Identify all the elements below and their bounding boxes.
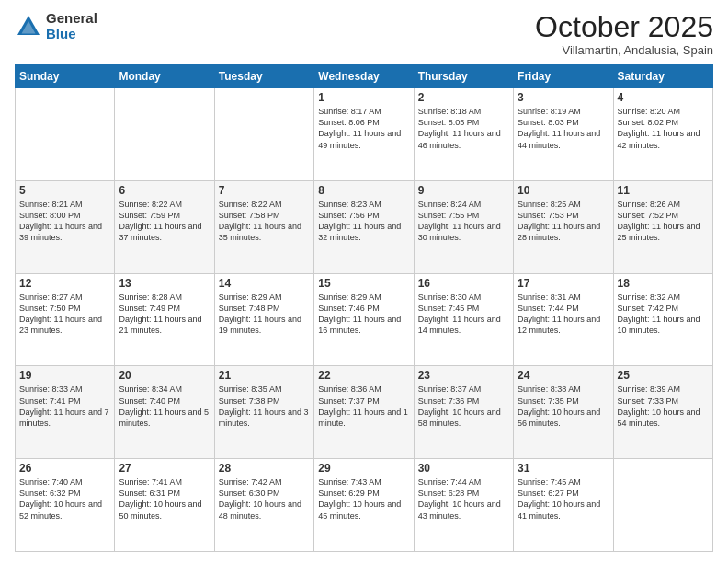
table-row [214, 88, 313, 181]
day-number: 24 [518, 369, 609, 382]
day-number: 11 [618, 184, 709, 197]
day-info: Sunrise: 7:43 AM Sunset: 6:29 PM Dayligh… [318, 477, 409, 522]
location: Villamartin, Andalusia, Spain [535, 43, 713, 57]
day-info: Sunrise: 8:29 AM Sunset: 7:46 PM Dayligh… [318, 292, 409, 337]
day-info: Sunrise: 8:17 AM Sunset: 8:06 PM Dayligh… [318, 106, 409, 151]
day-number: 23 [418, 369, 509, 382]
day-info: Sunrise: 8:22 AM Sunset: 7:59 PM Dayligh… [119, 199, 210, 244]
day-info: Sunrise: 8:35 AM Sunset: 7:38 PM Dayligh… [219, 384, 310, 429]
day-info: Sunrise: 8:22 AM Sunset: 7:58 PM Dayligh… [219, 199, 310, 244]
day-number: 19 [19, 369, 110, 382]
day-info: Sunrise: 8:24 AM Sunset: 7:55 PM Dayligh… [418, 199, 509, 244]
day-number: 5 [19, 184, 110, 197]
day-number: 22 [318, 369, 409, 382]
table-row: 28Sunrise: 7:42 AM Sunset: 6:30 PM Dayli… [214, 459, 313, 552]
table-row: 9Sunrise: 8:24 AM Sunset: 7:55 PM Daylig… [414, 180, 513, 273]
table-row: 26Sunrise: 7:40 AM Sunset: 6:32 PM Dayli… [16, 459, 115, 552]
header: General Blue October 2025 Villamartin, A… [15, 11, 713, 57]
day-info: Sunrise: 8:31 AM Sunset: 7:44 PM Dayligh… [518, 292, 609, 337]
table-row: 10Sunrise: 8:25 AM Sunset: 7:53 PM Dayli… [514, 180, 613, 273]
day-number: 9 [418, 184, 509, 197]
day-number: 21 [219, 369, 310, 382]
table-row: 1Sunrise: 8:17 AM Sunset: 8:06 PM Daylig… [314, 88, 414, 181]
page: General Blue October 2025 Villamartin, A… [0, 0, 728, 563]
table-row: 25Sunrise: 8:39 AM Sunset: 7:33 PM Dayli… [613, 366, 712, 459]
table-row: 29Sunrise: 7:43 AM Sunset: 6:29 PM Dayli… [314, 459, 414, 552]
day-number: 16 [418, 277, 509, 290]
day-info: Sunrise: 7:42 AM Sunset: 6:30 PM Dayligh… [219, 477, 310, 522]
table-row: 12Sunrise: 8:27 AM Sunset: 7:50 PM Dayli… [16, 273, 115, 366]
day-number: 26 [19, 462, 110, 475]
table-row: 23Sunrise: 8:37 AM Sunset: 7:36 PM Dayli… [414, 366, 513, 459]
day-number: 12 [19, 277, 110, 290]
header-sunday: Sunday [16, 65, 115, 88]
table-row: 19Sunrise: 8:33 AM Sunset: 7:41 PM Dayli… [16, 366, 115, 459]
logo-text: General Blue [46, 11, 97, 41]
logo-general-text: General [46, 11, 97, 27]
weekday-header-row: Sunday Monday Tuesday Wednesday Thursday… [16, 65, 713, 88]
calendar-week-row: 1Sunrise: 8:17 AM Sunset: 8:06 PM Daylig… [16, 88, 713, 181]
day-number: 1 [318, 91, 409, 104]
table-row: 5Sunrise: 8:21 AM Sunset: 8:00 PM Daylig… [16, 180, 115, 273]
day-number: 20 [119, 369, 210, 382]
day-number: 13 [119, 277, 210, 290]
day-info: Sunrise: 8:18 AM Sunset: 8:05 PM Dayligh… [418, 106, 509, 151]
table-row: 7Sunrise: 8:22 AM Sunset: 7:58 PM Daylig… [214, 180, 313, 273]
table-row [16, 88, 115, 181]
table-row: 24Sunrise: 8:38 AM Sunset: 7:35 PM Dayli… [514, 366, 613, 459]
day-info: Sunrise: 7:45 AM Sunset: 6:27 PM Dayligh… [518, 477, 609, 522]
day-number: 28 [219, 462, 310, 475]
logo: General Blue [15, 11, 97, 41]
day-info: Sunrise: 8:23 AM Sunset: 7:56 PM Dayligh… [318, 199, 409, 244]
day-number: 29 [318, 462, 409, 475]
table-row: 31Sunrise: 7:45 AM Sunset: 6:27 PM Dayli… [514, 459, 613, 552]
table-row: 2Sunrise: 8:18 AM Sunset: 8:05 PM Daylig… [414, 88, 513, 181]
calendar: Sunday Monday Tuesday Wednesday Thursday… [15, 64, 713, 552]
table-row: 15Sunrise: 8:29 AM Sunset: 7:46 PM Dayli… [314, 273, 414, 366]
table-row: 13Sunrise: 8:28 AM Sunset: 7:49 PM Dayli… [115, 273, 214, 366]
table-row [115, 88, 214, 181]
calendar-week-row: 26Sunrise: 7:40 AM Sunset: 6:32 PM Dayli… [16, 459, 713, 552]
day-number: 6 [119, 184, 210, 197]
day-info: Sunrise: 8:32 AM Sunset: 7:42 PM Dayligh… [618, 292, 709, 337]
table-row: 18Sunrise: 8:32 AM Sunset: 7:42 PM Dayli… [613, 273, 712, 366]
table-row: 27Sunrise: 7:41 AM Sunset: 6:31 PM Dayli… [115, 459, 214, 552]
day-info: Sunrise: 8:25 AM Sunset: 7:53 PM Dayligh… [518, 199, 609, 244]
day-info: Sunrise: 8:39 AM Sunset: 7:33 PM Dayligh… [618, 384, 709, 429]
header-thursday: Thursday [414, 65, 513, 88]
calendar-week-row: 5Sunrise: 8:21 AM Sunset: 8:00 PM Daylig… [16, 180, 713, 273]
table-row: 16Sunrise: 8:30 AM Sunset: 7:45 PM Dayli… [414, 273, 513, 366]
day-info: Sunrise: 8:33 AM Sunset: 7:41 PM Dayligh… [19, 384, 110, 429]
month-title: October 2025 [535, 11, 713, 43]
day-info: Sunrise: 8:21 AM Sunset: 8:00 PM Dayligh… [19, 199, 110, 244]
day-info: Sunrise: 8:36 AM Sunset: 7:37 PM Dayligh… [318, 384, 409, 429]
table-row: 20Sunrise: 8:34 AM Sunset: 7:40 PM Dayli… [115, 366, 214, 459]
day-number: 7 [219, 184, 310, 197]
day-number: 4 [618, 91, 709, 104]
day-number: 17 [518, 277, 609, 290]
day-info: Sunrise: 8:26 AM Sunset: 7:52 PM Dayligh… [618, 199, 709, 244]
table-row: 3Sunrise: 8:19 AM Sunset: 8:03 PM Daylig… [514, 88, 613, 181]
header-monday: Monday [115, 65, 214, 88]
calendar-week-row: 12Sunrise: 8:27 AM Sunset: 7:50 PM Dayli… [16, 273, 713, 366]
day-info: Sunrise: 8:34 AM Sunset: 7:40 PM Dayligh… [119, 384, 210, 429]
day-info: Sunrise: 8:27 AM Sunset: 7:50 PM Dayligh… [19, 292, 110, 337]
day-info: Sunrise: 8:29 AM Sunset: 7:48 PM Dayligh… [219, 292, 310, 337]
table-row: 17Sunrise: 8:31 AM Sunset: 7:44 PM Dayli… [514, 273, 613, 366]
day-number: 8 [318, 184, 409, 197]
day-info: Sunrise: 7:40 AM Sunset: 6:32 PM Dayligh… [19, 477, 110, 522]
table-row: 22Sunrise: 8:36 AM Sunset: 7:37 PM Dayli… [314, 366, 414, 459]
logo-icon [15, 13, 42, 40]
day-info: Sunrise: 7:41 AM Sunset: 6:31 PM Dayligh… [119, 477, 210, 522]
table-row: 4Sunrise: 8:20 AM Sunset: 8:02 PM Daylig… [613, 88, 712, 181]
header-saturday: Saturday [613, 65, 712, 88]
header-friday: Friday [514, 65, 613, 88]
day-info: Sunrise: 8:38 AM Sunset: 7:35 PM Dayligh… [518, 384, 609, 429]
table-row: 6Sunrise: 8:22 AM Sunset: 7:59 PM Daylig… [115, 180, 214, 273]
table-row: 8Sunrise: 8:23 AM Sunset: 7:56 PM Daylig… [314, 180, 414, 273]
day-info: Sunrise: 8:19 AM Sunset: 8:03 PM Dayligh… [518, 106, 609, 151]
day-number: 10 [518, 184, 609, 197]
day-info: Sunrise: 7:44 AM Sunset: 6:28 PM Dayligh… [418, 477, 509, 522]
day-number: 31 [518, 462, 609, 475]
header-wednesday: Wednesday [314, 65, 414, 88]
